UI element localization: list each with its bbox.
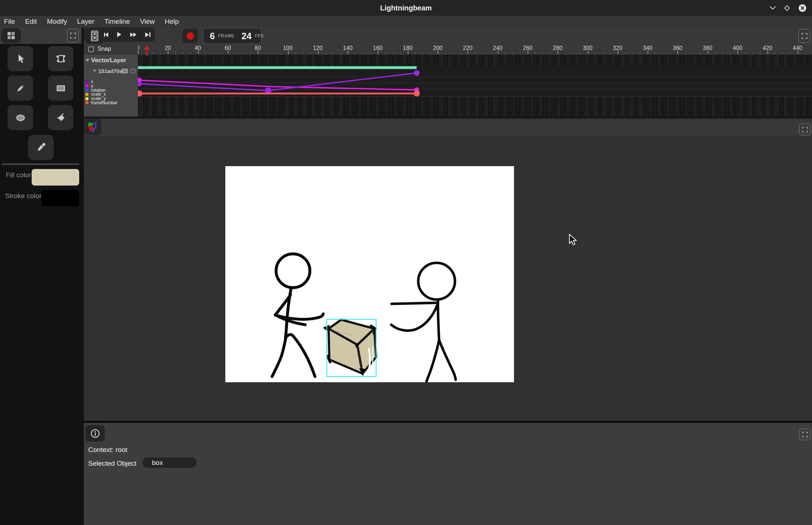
paint-bucket-tool-button[interactable] xyxy=(48,105,73,130)
ruler-tick xyxy=(190,52,191,54)
animation-curves[interactable] xyxy=(138,55,812,117)
canvas-expand-button[interactable] xyxy=(799,124,811,135)
timeline-property-frameNumber[interactable]: frameNumber xyxy=(84,101,138,105)
property-color-dot xyxy=(85,80,89,83)
menu-item-edit[interactable]: Edit xyxy=(25,18,37,26)
stroke-color-swatch[interactable] xyxy=(41,190,79,206)
sublayer-ease-button[interactable]: ~ xyxy=(130,69,136,73)
property-color-dot xyxy=(85,97,89,100)
menu-item-view[interactable]: View xyxy=(140,18,155,26)
window-controls xyxy=(770,0,807,16)
eyedropper-tool-button[interactable] xyxy=(28,135,54,160)
timeline-expand-button[interactable] xyxy=(798,29,810,43)
close-icon[interactable] xyxy=(798,4,807,13)
frame-value[interactable]: 6 xyxy=(210,31,215,41)
ruler-tick xyxy=(505,52,505,54)
stick-figure-left xyxy=(272,254,323,376)
ruler-tick xyxy=(715,52,716,54)
menu-item-help[interactable]: Help xyxy=(165,18,179,26)
sidebar-expand-button[interactable] xyxy=(67,29,79,42)
stroke-color-label: Stroke color: xyxy=(5,192,44,200)
skip-to-end-button[interactable] xyxy=(141,27,155,42)
ruler-tick xyxy=(295,52,296,54)
ruler-tick xyxy=(333,52,333,54)
ruler-tick xyxy=(310,52,311,54)
menu-item-file[interactable]: File xyxy=(4,18,15,26)
layer-name: VectorLayer xyxy=(91,57,126,64)
ruler-tick xyxy=(573,52,573,54)
ruler-tick xyxy=(378,51,378,54)
fast-forward-button[interactable] xyxy=(126,27,140,42)
ellipse-tool-button[interactable] xyxy=(8,105,33,130)
animation-stage[interactable] xyxy=(225,166,514,382)
tool-sidebar: Fill color: Stroke color: xyxy=(0,27,84,525)
rectangle-tool-button[interactable] xyxy=(48,76,73,101)
ruler-tick xyxy=(370,52,371,54)
transform-path-icon xyxy=(55,53,67,64)
ruler-tick xyxy=(722,52,723,54)
canvas-workspace xyxy=(84,136,812,421)
timeline-header: 6 FRAME 24 FPS xyxy=(84,27,812,45)
film-icon xyxy=(90,31,99,41)
collapse-triangle-icon[interactable] xyxy=(85,59,90,62)
info-icon xyxy=(90,429,100,438)
ruler-tick xyxy=(138,51,139,54)
select-tool-button[interactable] xyxy=(8,46,33,71)
record-button[interactable] xyxy=(182,29,198,43)
ruler-tick xyxy=(453,52,453,54)
menu-item-timeline[interactable]: Timeline xyxy=(104,18,130,26)
layer-row-vectorlayer[interactable]: VectorLayer [L] xyxy=(84,55,138,67)
ruler-tick xyxy=(168,51,168,54)
grid-icon xyxy=(6,31,16,40)
snap-label: Snap xyxy=(98,46,111,52)
expand-icon xyxy=(69,32,77,39)
property-color-dot xyxy=(85,93,89,96)
sublayer-swatch-button[interactable] xyxy=(122,69,128,73)
transform-tool-button[interactable] xyxy=(48,46,73,71)
fill-color-swatch[interactable] xyxy=(32,169,79,186)
info-button[interactable] xyxy=(85,425,105,442)
panel-grid-button[interactable] xyxy=(1,28,21,43)
ellipse-icon xyxy=(15,112,26,123)
frame-ruler-scale[interactable]: 0204060801001201401601802002202402602803… xyxy=(138,45,812,55)
ruler-tick xyxy=(535,52,536,54)
ruler-tick xyxy=(483,52,483,54)
frameNumber-curve-keyframe-dot[interactable] xyxy=(414,91,420,97)
ruler-tick xyxy=(798,51,798,54)
maximize-icon[interactable] xyxy=(784,5,790,11)
x-curve-keyframe-dot[interactable] xyxy=(414,70,420,76)
ruler-tick xyxy=(250,52,251,54)
collapse-triangle-icon[interactable] xyxy=(93,70,96,72)
frameNumber-curve-keyframe-dot[interactable] xyxy=(138,91,143,97)
curve-track-area[interactable] xyxy=(138,55,812,117)
ruler-tick xyxy=(468,51,468,54)
pencil-tool-button[interactable] xyxy=(8,76,33,101)
rectangle-icon xyxy=(55,83,66,93)
y-curve xyxy=(139,80,417,90)
ruler-tick xyxy=(175,52,176,54)
ruler-tick xyxy=(423,52,423,54)
playhead-marker[interactable] xyxy=(144,45,150,56)
property-color-dot xyxy=(85,101,89,104)
menu-item-layer[interactable]: Layer xyxy=(77,18,94,26)
inspector-expand-button[interactable] xyxy=(799,429,811,440)
ruler-tick xyxy=(153,52,153,54)
stick-figure-right xyxy=(391,263,456,382)
minimize-icon[interactable] xyxy=(770,6,776,10)
ruler-tick xyxy=(183,52,183,54)
ruler-tick xyxy=(760,52,760,54)
frame-fps-panel: 6 FRAME 24 FPS xyxy=(203,28,261,44)
x-curve-keyframe-dot[interactable] xyxy=(138,81,142,86)
play-button[interactable] xyxy=(112,27,126,42)
film-button[interactable] xyxy=(85,28,104,44)
menu-item-modify[interactable]: Modify xyxy=(47,18,67,26)
canvas-tab[interactable] xyxy=(84,119,102,135)
selected-object-input[interactable]: box xyxy=(143,457,197,468)
fps-value[interactable]: 24 xyxy=(242,31,252,41)
ruler-tick xyxy=(632,52,633,54)
snap-checkbox[interactable] xyxy=(88,46,94,52)
box-object[interactable] xyxy=(323,319,376,376)
keyframe-span-bar[interactable] xyxy=(138,66,417,69)
context-label: Context: root xyxy=(88,446,127,454)
ruler-tick xyxy=(265,52,266,54)
